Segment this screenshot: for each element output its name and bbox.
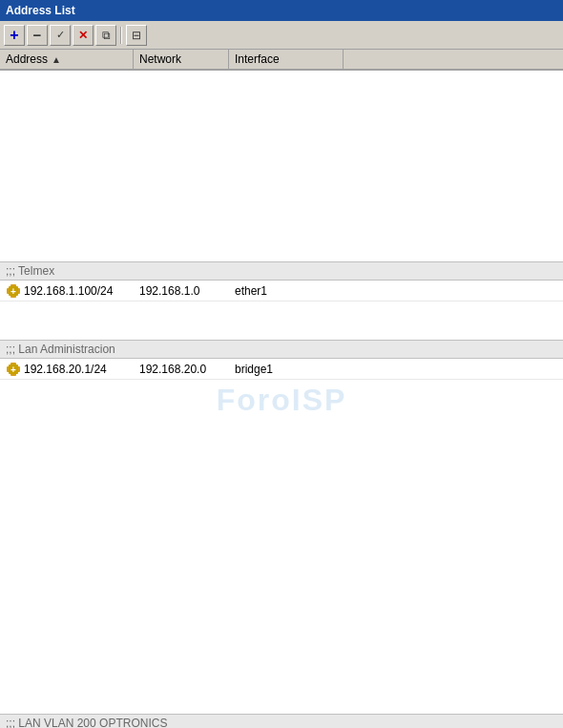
filter-button[interactable]: ⊟ xyxy=(126,25,147,46)
node-icon: + xyxy=(6,283,21,299)
cell-network: 192.168.20.0 xyxy=(134,359,229,379)
svg-text:+: + xyxy=(10,286,16,297)
enable-button[interactable]: ✓ xyxy=(50,25,71,46)
table-row[interactable]: + 192.168.1.100/24 192.168.1.0 ether1 xyxy=(0,281,563,302)
cross-icon: ✕ xyxy=(78,29,88,42)
title-label: Address List xyxy=(6,4,75,17)
empty-space-top xyxy=(0,71,563,261)
section-header-telmex: ;;; Telmex xyxy=(0,261,563,281)
filter-icon: ⊟ xyxy=(132,29,141,42)
copy-icon: ⧉ xyxy=(102,29,111,42)
toolbar-separator xyxy=(120,27,122,44)
title-bar: Address List xyxy=(0,0,563,21)
cell-interface: ether1 xyxy=(229,281,344,301)
col-header-interface[interactable]: Interface xyxy=(229,50,344,69)
cell-address: + 192.168.20.1/24 xyxy=(0,359,134,379)
section-header-vlan200: ;;; LAN VLAN 200 OPTRONICS xyxy=(0,714,563,728)
node-icon: + xyxy=(6,362,21,377)
empty-space-mid xyxy=(0,380,563,714)
section-header-lan-admin: ;;; Lan Administracion xyxy=(0,340,563,359)
disable-button[interactable]: ✕ xyxy=(73,25,94,46)
copy-button[interactable]: ⧉ xyxy=(95,25,116,46)
toolbar: + − ✓ ✕ ⧉ ⊟ xyxy=(0,21,563,50)
table-row[interactable]: + 192.168.20.1/24 192.168.20.0 bridge1 xyxy=(0,359,563,380)
remove-icon: − xyxy=(33,27,42,43)
add-button[interactable]: + xyxy=(4,25,25,46)
svg-text:+: + xyxy=(10,364,16,375)
remove-button[interactable]: − xyxy=(27,25,48,46)
sort-arrow-icon: ▲ xyxy=(52,54,61,65)
cell-interface: bridge1 xyxy=(229,359,344,379)
add-icon: + xyxy=(10,27,18,44)
cell-address: + 192.168.1.100/24 xyxy=(0,281,134,301)
check-icon: ✓ xyxy=(56,29,65,41)
col-header-network[interactable]: Network xyxy=(134,50,229,69)
col-header-address[interactable]: Address ▲ xyxy=(0,50,134,69)
cell-network: 192.168.1.0 xyxy=(134,281,229,301)
column-header: Address ▲ Network Interface xyxy=(0,50,563,71)
gap-1 xyxy=(0,302,563,340)
table-content: ForoISP ;;; Telmex + 192.168.1.100/24 19… xyxy=(0,71,563,728)
